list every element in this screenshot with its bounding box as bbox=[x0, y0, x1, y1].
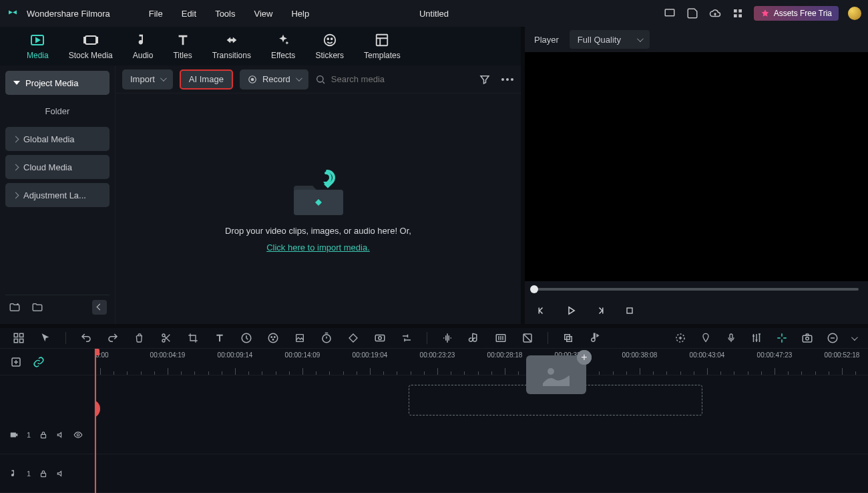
speed-icon[interactable] bbox=[240, 331, 253, 345]
marker-icon[interactable] bbox=[699, 331, 712, 345]
render-icon[interactable] bbox=[775, 331, 789, 345]
split-icon[interactable] bbox=[160, 331, 173, 345]
menu-tools[interactable]: Tools bbox=[215, 9, 235, 19]
sidebar-item-cloud-media[interactable]: Cloud Media bbox=[5, 155, 110, 179]
svg-rect-6 bbox=[85, 36, 96, 44]
audio-detach-icon[interactable] bbox=[467, 331, 481, 345]
tab-templates[interactable]: Templates bbox=[357, 29, 407, 63]
delete-icon[interactable] bbox=[133, 331, 146, 345]
menu-help[interactable]: Help bbox=[291, 9, 309, 19]
assets-free-trial-button[interactable]: Assets Free Tria bbox=[754, 6, 839, 21]
mute-icon[interactable] bbox=[56, 469, 65, 478]
svg-point-18 bbox=[511, 78, 513, 81]
svg-rect-7 bbox=[84, 37, 85, 43]
import-button[interactable]: Import bbox=[122, 69, 173, 90]
zoom-out-icon[interactable] bbox=[826, 331, 839, 345]
audio-mixer-icon[interactable] bbox=[494, 331, 507, 345]
svg-rect-22 bbox=[14, 339, 17, 343]
add-track-icon[interactable] bbox=[9, 355, 23, 369]
tab-transitions[interactable]: Transitions bbox=[206, 29, 258, 63]
transitions-icon bbox=[224, 32, 240, 48]
sidebar-item-adjustment-layer[interactable]: Adjustment La... bbox=[5, 183, 110, 207]
audio-track-lane[interactable] bbox=[95, 454, 868, 493]
next-frame-button[interactable] bbox=[593, 303, 608, 318]
menu-file[interactable]: File bbox=[149, 9, 163, 19]
chevron-right-icon bbox=[13, 164, 19, 170]
media-sidebar: Project Media Folder Global Media Cloud … bbox=[0, 65, 115, 324]
new-folder-icon[interactable] bbox=[8, 301, 21, 314]
sidebar-collapse-button[interactable] bbox=[92, 300, 107, 315]
tab-stock-media[interactable]: Stock Media bbox=[62, 29, 120, 63]
prev-frame-button[interactable] bbox=[534, 303, 549, 318]
redo-icon[interactable] bbox=[106, 331, 120, 345]
player-quality-select[interactable]: Full Quality bbox=[570, 30, 650, 49]
sidebar-item-project-media[interactable]: Project Media bbox=[5, 71, 110, 95]
video-track-lane[interactable] bbox=[95, 416, 868, 454]
tab-audio[interactable]: Audio bbox=[126, 29, 160, 63]
keyframe-icon[interactable] bbox=[347, 331, 360, 345]
adjust-icon[interactable] bbox=[400, 331, 413, 345]
ai-image-button[interactable]: AI Image bbox=[180, 69, 233, 90]
menu-edit[interactable]: Edit bbox=[182, 9, 196, 19]
search-media-input[interactable] bbox=[331, 74, 451, 84]
tab-effects[interactable]: Effects bbox=[264, 29, 302, 63]
tab-media[interactable]: Media bbox=[20, 29, 55, 63]
audio-track-header[interactable]: 1 bbox=[0, 454, 94, 493]
timeline-ruler[interactable]: 00:0000:00:04:1900:00:09:1400:00:14:0900… bbox=[95, 349, 868, 375]
svg-rect-2 bbox=[738, 9, 742, 13]
more-icon[interactable] bbox=[501, 73, 514, 86]
app-logo bbox=[7, 7, 20, 20]
tab-stickers[interactable]: Stickers bbox=[308, 29, 351, 63]
crop-icon[interactable] bbox=[186, 331, 200, 345]
seek-knob[interactable] bbox=[530, 285, 538, 293]
voiceover-icon[interactable] bbox=[724, 331, 738, 345]
color-icon[interactable] bbox=[266, 331, 280, 345]
add-clip-icon[interactable]: + bbox=[577, 350, 592, 365]
player-seek-bar[interactable] bbox=[534, 288, 859, 291]
chevron-down-icon bbox=[160, 75, 167, 81]
sidebar-item-global-media[interactable]: Global Media bbox=[5, 127, 110, 151]
apps-icon[interactable] bbox=[731, 7, 744, 20]
greenscreen-icon[interactable] bbox=[293, 331, 306, 345]
import-media-link[interactable]: Click here to import media. bbox=[266, 242, 370, 253]
sidebar-item-folder[interactable]: Folder bbox=[5, 99, 110, 123]
record-button[interactable]: Record bbox=[240, 69, 308, 90]
tab-titles[interactable]: Titles bbox=[166, 29, 198, 63]
cloud-upload-icon[interactable] bbox=[708, 7, 722, 20]
video-track-icon bbox=[9, 430, 19, 440]
video-track-header[interactable]: 1 bbox=[0, 416, 94, 454]
undo-icon[interactable] bbox=[79, 331, 93, 345]
save-icon[interactable] bbox=[686, 7, 699, 20]
marker-add-icon[interactable] bbox=[674, 331, 687, 345]
screen-icon[interactable] bbox=[663, 7, 676, 20]
clip-placeholder[interactable]: + bbox=[526, 355, 586, 394]
group-icon[interactable] bbox=[562, 331, 575, 345]
play-button[interactable] bbox=[564, 303, 578, 318]
media-drop-area[interactable]: Drop your video clips, images, or audio … bbox=[116, 94, 521, 324]
menu-view[interactable]: View bbox=[254, 9, 272, 19]
mask-icon[interactable] bbox=[373, 331, 387, 345]
lock-icon[interactable] bbox=[39, 430, 48, 440]
snapshot-icon[interactable] bbox=[801, 331, 814, 345]
timeline-tracks[interactable]: 00:0000:00:04:1900:00:09:1400:00:14:0900… bbox=[95, 349, 868, 493]
folder-icon[interactable] bbox=[31, 301, 44, 314]
audio-beat-icon[interactable] bbox=[588, 331, 602, 345]
mixer-icon[interactable] bbox=[750, 331, 763, 345]
main-menu: File Edit Tools View Help bbox=[149, 9, 309, 19]
stop-button[interactable] bbox=[622, 303, 637, 318]
timer-icon[interactable] bbox=[320, 331, 333, 345]
text-icon[interactable] bbox=[213, 331, 226, 345]
audio-wave-icon[interactable] bbox=[441, 331, 454, 345]
templates-icon bbox=[374, 32, 390, 48]
layout-icon[interactable] bbox=[12, 331, 25, 345]
mute-icon[interactable] bbox=[56, 430, 65, 440]
filter-icon[interactable] bbox=[478, 73, 491, 86]
visibility-icon[interactable] bbox=[73, 430, 83, 440]
playhead[interactable] bbox=[95, 349, 96, 493]
lock-icon[interactable] bbox=[39, 469, 48, 478]
cursor-icon[interactable] bbox=[39, 331, 52, 345]
chevron-down-icon[interactable] bbox=[851, 334, 858, 341]
user-avatar[interactable] bbox=[848, 7, 861, 20]
enhance-icon[interactable] bbox=[521, 331, 534, 345]
link-icon[interactable] bbox=[32, 355, 45, 369]
